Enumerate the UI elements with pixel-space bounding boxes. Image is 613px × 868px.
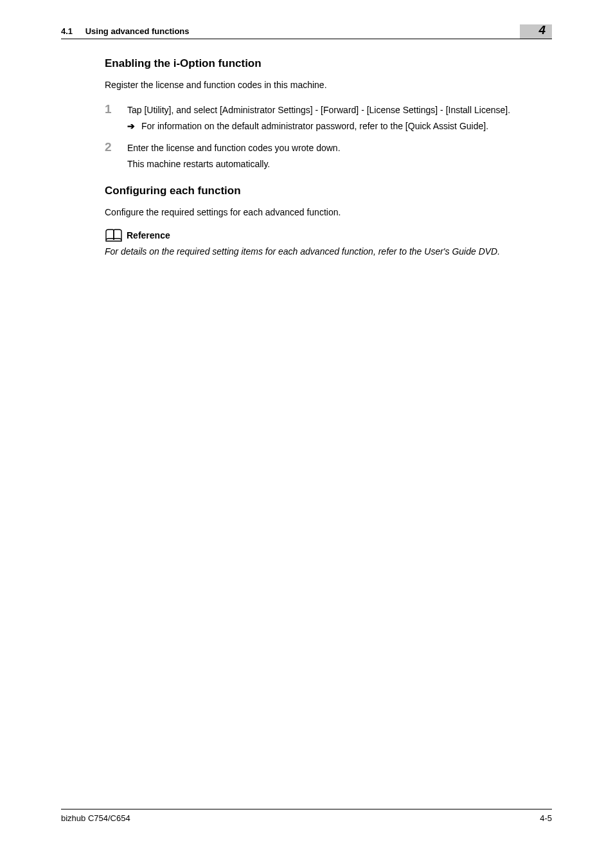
page-container: 4.1 Using advanced functions 4 Enabling … [0,0,613,868]
section-number: 4.1 [61,26,73,36]
page-header: 4.1 Using advanced functions 4 [61,24,552,39]
reference-text: For details on the required setting item… [105,246,552,258]
book-icon [105,229,123,242]
intro-paragraph-1: Register the license and function codes … [105,79,552,92]
intro-paragraph-2: Configure the required settings for each… [105,206,552,219]
step-2-text: Enter the license and function codes you… [127,141,341,155]
chapter-number: 4 [538,23,546,37]
step-1-block: 1 Tap [Utility], and select [Administrat… [105,102,552,131]
step-2-block: 2 Enter the license and function codes y… [105,140,552,169]
step-2-note: This machine restarts automatically. [105,159,552,169]
step-1-number: 1 [105,102,127,116]
step-1-text: Tap [Utility], and select [Administrator… [127,104,510,117]
chapter-badge: 4 [520,24,552,39]
reference-header: Reference [105,229,552,242]
page-content: Enabling the i-Option function Register … [61,43,552,809]
heading-enabling-ioption: Enabling the i-Option function [105,57,552,70]
header-left: 4.1 Using advanced functions [61,26,190,36]
step-1-row: 1 Tap [Utility], and select [Administrat… [105,102,552,117]
arrow-icon: ➔ [127,121,141,131]
step-2-number: 2 [105,140,127,154]
step-2-row: 2 Enter the license and function codes y… [105,140,552,155]
heading-configuring: Configuring each function [105,185,552,197]
section-title: Using advanced functions [85,26,190,36]
reference-label: Reference [127,230,170,240]
step-1-sub-text: For information on the default administr… [141,121,488,131]
footer-model: bizhub C754/C654 [61,813,130,823]
page-footer: bizhub C754/C654 4-5 [61,809,552,823]
step-1-sub: ➔ For information on the default adminis… [105,121,552,131]
footer-page: 4-5 [540,813,552,823]
